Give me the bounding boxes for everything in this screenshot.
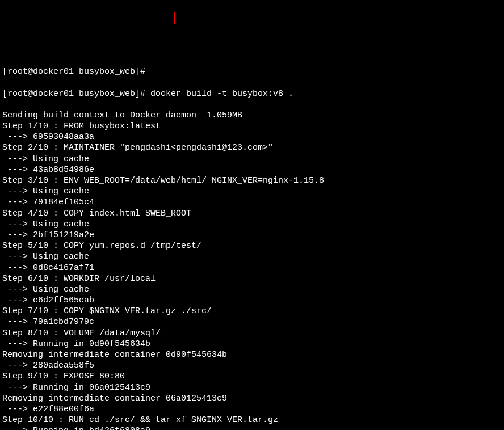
output-line: Step 9/10 : EXPOSE 80:80: [2, 371, 502, 382]
output-line: ---> Using cache: [2, 154, 502, 165]
output-line: Step 2/10 : MAINTAINER "pengdashi<pengda…: [2, 142, 502, 153]
output-line: ---> Running in bd426f6808a9: [2, 425, 502, 430]
output-line: Step 3/10 : ENV WEB_ROOT=/data/web/html/…: [2, 175, 502, 186]
output-line: ---> Using cache: [2, 251, 502, 262]
output-line: ---> e6d2ff565cab: [2, 295, 502, 306]
output-line: Step 5/10 : COPY yum.repos.d /tmp/test/: [2, 241, 502, 251]
prompt-line-1[interactable]: [root@docker01 busybox_web]#: [2, 66, 502, 77]
output-line: ---> Using cache: [2, 284, 502, 295]
output-line: ---> 2bf151219a2e: [2, 230, 502, 241]
output-line: ---> 69593048aa3a: [2, 132, 502, 142]
output-line: Sending build context to Docker daemon 1…: [2, 110, 502, 121]
output-line: ---> 79184ef105c4: [2, 197, 502, 208]
output-line: ---> 79a1cbd7979c: [2, 317, 502, 327]
output-line: ---> 43ab8d54986e: [2, 165, 502, 175]
terminal-output: Sending build context to Docker daemon 1…: [2, 110, 502, 430]
output-line: ---> Using cache: [2, 186, 502, 197]
output-line: ---> Running in 0d90f545634b: [2, 339, 502, 349]
output-line: Removing intermediate container 0d90f545…: [2, 349, 502, 360]
output-line: Step 8/10 : VOLUME /data/mysql/: [2, 328, 502, 339]
output-line: ---> 280adea558f5: [2, 360, 502, 371]
output-line: Removing intermediate container 06a01254…: [2, 393, 502, 404]
output-line: Step 6/10 : WORKDIR /usr/local: [2, 273, 502, 284]
shell-prompt: [root@docker01 busybox_web]#: [2, 89, 145, 99]
docker-build-command: docker build -t busybox:v8 .: [145, 89, 293, 99]
output-line: Step 7/10 : COPY $NGINX_VER.tar.gz ./src…: [2, 306, 502, 317]
output-line: Step 10/10 : RUN cd ./src/ && tar xf $NG…: [2, 415, 502, 425]
prompt-line-2[interactable]: [root@docker01 busybox_web]# docker buil…: [2, 88, 502, 99]
command-highlight: [174, 12, 358, 24]
shell-prompt: [root@docker01 busybox_web]#: [2, 67, 145, 77]
output-line: ---> Using cache: [2, 219, 502, 230]
output-line: ---> e22f88e00f6a: [2, 404, 502, 415]
output-line: ---> Running in 06a0125413c9: [2, 382, 502, 393]
output-line: Step 1/10 : FROM busybox:latest: [2, 121, 502, 132]
output-line: ---> 0d8c4167af71: [2, 263, 502, 273]
output-line: Step 4/10 : COPY index.html $WEB_ROOT: [2, 208, 502, 219]
